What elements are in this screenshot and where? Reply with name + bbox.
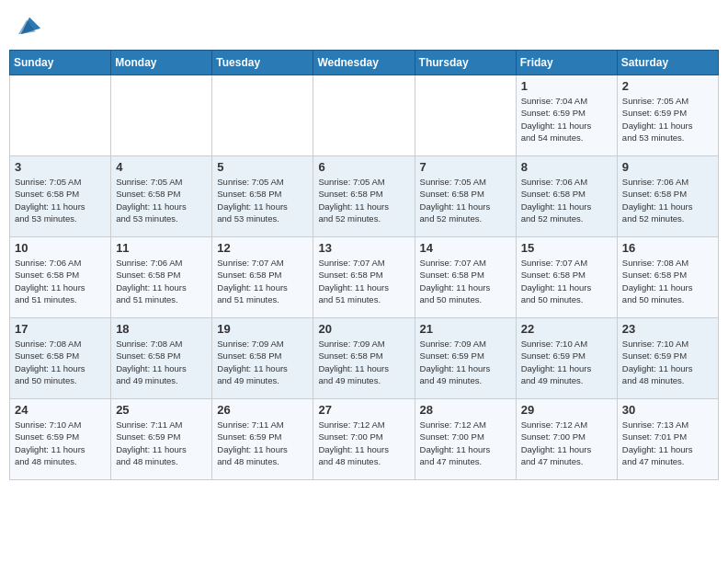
day-info: Sunrise: 7:06 AM Sunset: 6:58 PM Dayligh… bbox=[622, 176, 713, 224]
day-info: Sunrise: 7:09 AM Sunset: 6:59 PM Dayligh… bbox=[420, 338, 511, 386]
day-number: 5 bbox=[217, 160, 308, 174]
day-info: Sunrise: 7:07 AM Sunset: 6:58 PM Dayligh… bbox=[420, 257, 511, 305]
calendar-cell: 29Sunrise: 7:12 AM Sunset: 7:00 PM Dayli… bbox=[516, 399, 617, 480]
day-number: 29 bbox=[521, 403, 612, 417]
calendar-table: SundayMondayTuesdayWednesdayThursdayFrid… bbox=[9, 50, 719, 480]
day-number: 11 bbox=[116, 241, 207, 255]
day-info: Sunrise: 7:08 AM Sunset: 6:58 PM Dayligh… bbox=[116, 338, 207, 386]
day-header-thursday: Thursday bbox=[415, 51, 516, 75]
day-number: 26 bbox=[217, 403, 308, 417]
day-number: 4 bbox=[116, 160, 207, 174]
calendar-cell: 23Sunrise: 7:10 AM Sunset: 6:59 PM Dayli… bbox=[617, 318, 718, 399]
calendar-cell bbox=[415, 75, 516, 156]
day-info: Sunrise: 7:07 AM Sunset: 6:58 PM Dayligh… bbox=[318, 257, 409, 305]
day-info: Sunrise: 7:10 AM Sunset: 6:59 PM Dayligh… bbox=[521, 338, 612, 386]
day-info: Sunrise: 7:06 AM Sunset: 6:58 PM Dayligh… bbox=[116, 257, 207, 305]
calendar-cell: 6Sunrise: 7:05 AM Sunset: 6:58 PM Daylig… bbox=[313, 156, 415, 237]
calendar-cell: 27Sunrise: 7:12 AM Sunset: 7:00 PM Dayli… bbox=[313, 399, 415, 480]
calendar-cell bbox=[212, 75, 313, 156]
calendar-cell: 18Sunrise: 7:08 AM Sunset: 6:58 PM Dayli… bbox=[111, 318, 212, 399]
day-info: Sunrise: 7:07 AM Sunset: 6:58 PM Dayligh… bbox=[217, 257, 308, 305]
calendar-cell: 9Sunrise: 7:06 AM Sunset: 6:58 PM Daylig… bbox=[617, 156, 718, 237]
day-number: 22 bbox=[521, 322, 612, 336]
calendar-week-3: 10Sunrise: 7:06 AM Sunset: 6:58 PM Dayli… bbox=[10, 237, 719, 318]
day-info: Sunrise: 7:08 AM Sunset: 6:58 PM Dayligh… bbox=[622, 257, 713, 305]
day-number: 20 bbox=[318, 322, 409, 336]
calendar-week-5: 24Sunrise: 7:10 AM Sunset: 6:59 PM Dayli… bbox=[10, 399, 719, 480]
day-info: Sunrise: 7:13 AM Sunset: 7:01 PM Dayligh… bbox=[622, 419, 713, 467]
calendar-cell bbox=[111, 75, 212, 156]
calendar-cell: 20Sunrise: 7:09 AM Sunset: 6:58 PM Dayli… bbox=[313, 318, 415, 399]
day-number: 25 bbox=[116, 403, 207, 417]
day-header-sunday: Sunday bbox=[10, 51, 111, 75]
day-number: 12 bbox=[217, 241, 308, 255]
day-number: 7 bbox=[420, 160, 511, 174]
day-header-tuesday: Tuesday bbox=[212, 51, 313, 75]
day-info: Sunrise: 7:05 AM Sunset: 6:59 PM Dayligh… bbox=[622, 95, 713, 144]
page-header bbox=[9, 9, 719, 42]
day-header-monday: Monday bbox=[111, 51, 212, 75]
calendar-cell: 28Sunrise: 7:12 AM Sunset: 7:00 PM Dayli… bbox=[415, 399, 516, 480]
logo bbox=[15, 13, 42, 39]
day-number: 1 bbox=[521, 79, 612, 93]
calendar-cell: 13Sunrise: 7:07 AM Sunset: 6:58 PM Dayli… bbox=[313, 237, 415, 318]
calendar-cell: 14Sunrise: 7:07 AM Sunset: 6:58 PM Dayli… bbox=[415, 237, 516, 318]
day-number: 16 bbox=[622, 241, 713, 255]
calendar-week-4: 17Sunrise: 7:08 AM Sunset: 6:58 PM Dayli… bbox=[10, 318, 719, 399]
day-info: Sunrise: 7:11 AM Sunset: 6:59 PM Dayligh… bbox=[116, 419, 207, 467]
calendar-cell: 8Sunrise: 7:06 AM Sunset: 6:58 PM Daylig… bbox=[516, 156, 617, 237]
day-number: 9 bbox=[622, 160, 713, 174]
day-number: 6 bbox=[318, 160, 409, 174]
calendar-cell: 15Sunrise: 7:07 AM Sunset: 6:58 PM Dayli… bbox=[516, 237, 617, 318]
calendar-cell bbox=[313, 75, 415, 156]
day-number: 23 bbox=[622, 322, 713, 336]
day-info: Sunrise: 7:04 AM Sunset: 6:59 PM Dayligh… bbox=[521, 95, 612, 144]
calendar-cell: 11Sunrise: 7:06 AM Sunset: 6:58 PM Dayli… bbox=[111, 237, 212, 318]
calendar-week-1: 1Sunrise: 7:04 AM Sunset: 6:59 PM Daylig… bbox=[10, 75, 719, 156]
calendar-cell: 12Sunrise: 7:07 AM Sunset: 6:58 PM Dayli… bbox=[212, 237, 313, 318]
day-number: 15 bbox=[521, 241, 612, 255]
calendar-cell: 19Sunrise: 7:09 AM Sunset: 6:58 PM Dayli… bbox=[212, 318, 313, 399]
calendar-cell: 17Sunrise: 7:08 AM Sunset: 6:58 PM Dayli… bbox=[10, 318, 111, 399]
calendar-cell: 25Sunrise: 7:11 AM Sunset: 6:59 PM Dayli… bbox=[111, 399, 212, 480]
calendar-cell: 2Sunrise: 7:05 AM Sunset: 6:59 PM Daylig… bbox=[617, 75, 718, 156]
calendar-cell: 24Sunrise: 7:10 AM Sunset: 6:59 PM Dayli… bbox=[10, 399, 111, 480]
day-info: Sunrise: 7:10 AM Sunset: 6:59 PM Dayligh… bbox=[15, 419, 106, 467]
calendar-cell: 7Sunrise: 7:05 AM Sunset: 6:58 PM Daylig… bbox=[415, 156, 516, 237]
day-info: Sunrise: 7:07 AM Sunset: 6:58 PM Dayligh… bbox=[521, 257, 612, 305]
day-header-friday: Friday bbox=[516, 51, 617, 75]
day-number: 10 bbox=[15, 241, 106, 255]
day-info: Sunrise: 7:12 AM Sunset: 7:00 PM Dayligh… bbox=[318, 419, 409, 467]
day-info: Sunrise: 7:10 AM Sunset: 6:59 PM Dayligh… bbox=[622, 338, 713, 386]
day-number: 28 bbox=[420, 403, 511, 417]
logo-icon bbox=[17, 13, 42, 39]
day-info: Sunrise: 7:05 AM Sunset: 6:58 PM Dayligh… bbox=[116, 176, 207, 224]
day-info: Sunrise: 7:05 AM Sunset: 6:58 PM Dayligh… bbox=[15, 176, 106, 224]
calendar-cell: 22Sunrise: 7:10 AM Sunset: 6:59 PM Dayli… bbox=[516, 318, 617, 399]
calendar-header-row: SundayMondayTuesdayWednesdayThursdayFrid… bbox=[10, 51, 719, 75]
day-number: 14 bbox=[420, 241, 511, 255]
day-info: Sunrise: 7:06 AM Sunset: 6:58 PM Dayligh… bbox=[15, 257, 106, 305]
calendar-cell: 4Sunrise: 7:05 AM Sunset: 6:58 PM Daylig… bbox=[111, 156, 212, 237]
calendar-cell: 10Sunrise: 7:06 AM Sunset: 6:58 PM Dayli… bbox=[10, 237, 111, 318]
calendar-cell: 1Sunrise: 7:04 AM Sunset: 6:59 PM Daylig… bbox=[516, 75, 617, 156]
day-info: Sunrise: 7:12 AM Sunset: 7:00 PM Dayligh… bbox=[521, 419, 612, 467]
day-number: 27 bbox=[318, 403, 409, 417]
day-header-saturday: Saturday bbox=[617, 51, 718, 75]
day-info: Sunrise: 7:06 AM Sunset: 6:58 PM Dayligh… bbox=[521, 176, 612, 224]
calendar-cell: 5Sunrise: 7:05 AM Sunset: 6:58 PM Daylig… bbox=[212, 156, 313, 237]
day-number: 30 bbox=[622, 403, 713, 417]
day-info: Sunrise: 7:11 AM Sunset: 6:59 PM Dayligh… bbox=[217, 419, 308, 467]
day-info: Sunrise: 7:05 AM Sunset: 6:58 PM Dayligh… bbox=[217, 176, 308, 224]
day-number: 3 bbox=[15, 160, 106, 174]
calendar-cell bbox=[10, 75, 111, 156]
calendar-cell: 26Sunrise: 7:11 AM Sunset: 6:59 PM Dayli… bbox=[212, 399, 313, 480]
day-number: 18 bbox=[116, 322, 207, 336]
day-number: 2 bbox=[622, 79, 713, 93]
calendar-cell: 21Sunrise: 7:09 AM Sunset: 6:59 PM Dayli… bbox=[415, 318, 516, 399]
day-info: Sunrise: 7:05 AM Sunset: 6:58 PM Dayligh… bbox=[318, 176, 409, 224]
day-number: 24 bbox=[15, 403, 106, 417]
day-number: 21 bbox=[420, 322, 511, 336]
calendar-cell: 30Sunrise: 7:13 AM Sunset: 7:01 PM Dayli… bbox=[617, 399, 718, 480]
day-info: Sunrise: 7:09 AM Sunset: 6:58 PM Dayligh… bbox=[318, 338, 409, 386]
